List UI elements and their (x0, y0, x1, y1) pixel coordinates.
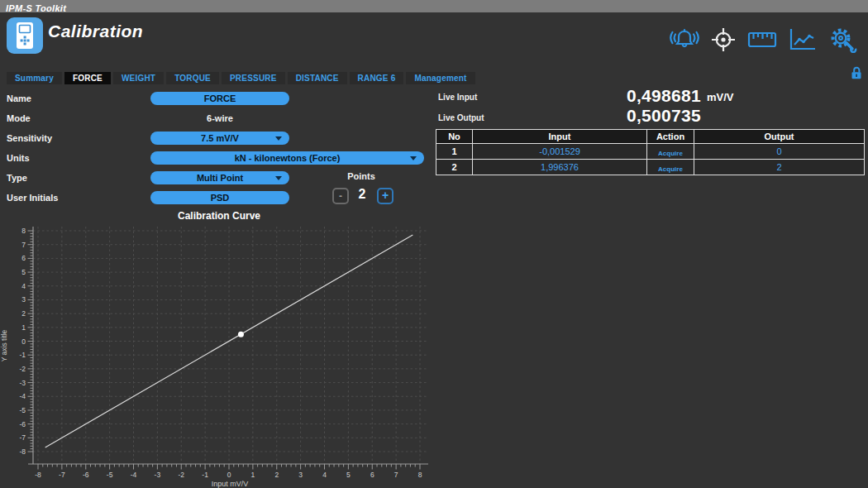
svg-text:3: 3 (21, 295, 26, 304)
svg-text:-1: -1 (19, 351, 26, 359)
sensitivity-dropdown[interactable]: 7.5 mV/V (150, 132, 289, 145)
svg-text:-6: -6 (19, 420, 26, 428)
row-number: 1 (436, 144, 473, 160)
column-header-action: Action (647, 130, 694, 144)
units-dropdown[interactable]: kN - kilonewtons (Force) (150, 151, 424, 165)
svg-text:0: 0 (227, 471, 231, 479)
input-value-cell[interactable]: -0,001529 (473, 144, 647, 160)
svg-text:-2: -2 (178, 471, 184, 479)
points-decrement-button[interactable]: - (332, 188, 349, 204)
svg-text:-3: -3 (19, 379, 26, 387)
mode-label: Mode (7, 112, 31, 125)
input-value-cell[interactable]: 1,996376 (473, 160, 647, 175)
tab-summary[interactable]: Summary (7, 72, 62, 84)
svg-text:-2: -2 (19, 365, 26, 373)
svg-text:0: 0 (21, 337, 26, 346)
tab-range6[interactable]: RANGE 6 (350, 72, 404, 84)
svg-text:5: 5 (346, 471, 351, 479)
chevron-down-icon (275, 136, 282, 141)
user-initials-label: User Initials (7, 191, 58, 204)
points-increment-button[interactable]: + (377, 188, 393, 204)
svg-text:8: 8 (418, 471, 422, 479)
app-logo-icon (7, 17, 43, 54)
column-header-output: Output (694, 130, 865, 144)
svg-text:8: 8 (21, 227, 26, 235)
tab-pressure[interactable]: PRESSURE (222, 72, 285, 84)
type-dropdown[interactable]: Multi Point (150, 171, 289, 184)
row-number: 2 (436, 160, 473, 175)
svg-text:-4: -4 (19, 392, 26, 400)
tab-force[interactable]: FORCE (64, 72, 111, 84)
live-reading-point (238, 332, 244, 337)
ruler-icon[interactable] (747, 29, 777, 50)
points-value: 2 (351, 187, 374, 202)
svg-text:-7: -7 (19, 433, 26, 442)
name-field[interactable]: FORCE (150, 92, 289, 105)
settings-gear-wrench-icon[interactable] (828, 26, 858, 53)
svg-text:Y axis title: Y axis title (0, 329, 8, 361)
tab-distance[interactable]: DISTANCE (288, 72, 347, 84)
alarm-bell-icon[interactable] (670, 27, 699, 52)
svg-text:4: 4 (21, 282, 26, 290)
page-title: Calibration (48, 22, 143, 41)
svg-text:5: 5 (21, 268, 26, 276)
tab-management[interactable]: Management (406, 72, 475, 84)
svg-text:2: 2 (21, 309, 26, 318)
table-row: 2 1,996376 Acquire 2 (436, 160, 865, 175)
live-output-value: 0,500735 (463, 106, 701, 126)
svg-text:6: 6 (370, 471, 374, 479)
units-label: Units (7, 151, 30, 165)
table-row: 1 -0,001529 Acquire 0 (436, 144, 865, 160)
svg-text:1: 1 (21, 323, 26, 332)
calibration-chart: -8-7-6-5-4-3-2-1012345678-8-7-6-5-4-3-2-… (0, 222, 436, 488)
svg-text:-6: -6 (83, 471, 89, 479)
header-toolbar (670, 26, 858, 53)
svg-text:-5: -5 (107, 471, 113, 479)
window-title: IPM-S Toolkit (0, 2, 66, 15)
tab-weight[interactable]: WEIGHT (113, 72, 164, 84)
acquire-button[interactable]: Acquire (658, 150, 683, 157)
chevron-down-icon (410, 156, 417, 160)
svg-text:-5: -5 (19, 406, 26, 414)
tab-torque[interactable]: TORQUE (166, 72, 219, 84)
acquire-button[interactable]: Acquire (658, 165, 683, 173)
svg-text:2: 2 (274, 471, 279, 479)
svg-text:-1: -1 (202, 471, 208, 479)
units-value: kN - kilonewtons (Force) (235, 153, 341, 163)
user-initials-field[interactable]: PSD (150, 191, 289, 204)
live-input-unit: mV/V (707, 91, 734, 103)
chart-title: Calibration Curve (0, 210, 438, 222)
column-header-no: No (436, 130, 473, 144)
column-header-input: Input (473, 130, 647, 144)
svg-text:7: 7 (21, 241, 26, 249)
name-label: Name (7, 92, 31, 105)
trend-chart-icon[interactable] (788, 27, 818, 52)
svg-text:-7: -7 (59, 471, 65, 479)
chevron-down-icon (275, 176, 282, 180)
type-value: Multi Point (197, 173, 243, 183)
output-value-cell[interactable]: 0 (694, 144, 865, 160)
points-label: Points (336, 171, 386, 181)
mode-value: 6-wire (150, 112, 289, 125)
svg-text:-8: -8 (35, 471, 41, 479)
svg-text:Input mV/V: Input mV/V (212, 480, 249, 488)
sensitivity-label: Sensitivity (7, 132, 52, 145)
target-crosshair-icon[interactable] (710, 26, 737, 53)
type-label: Type (7, 171, 27, 184)
window-titlebar[interactable]: IPM-S Toolkit (0, 0, 868, 12)
calibration-points-table: No Input Action Output 1 -0,001529 Acqui… (436, 129, 865, 175)
svg-text:6: 6 (21, 254, 26, 262)
svg-text:3: 3 (298, 471, 303, 479)
output-value-cell[interactable]: 2 (694, 160, 865, 175)
sensitivity-value: 7.5 mV/V (201, 133, 239, 143)
live-input-value: 0,498681 (463, 86, 701, 106)
tab-bar: Summary FORCE WEIGHT TORQUE PRESSURE DIS… (7, 72, 475, 84)
app-window: IPM-S Toolkit Calibration (0, 0, 868, 488)
lock-open-icon[interactable] (851, 65, 862, 80)
svg-text:-4: -4 (131, 471, 137, 479)
svg-text:1: 1 (251, 471, 255, 479)
svg-text:4: 4 (322, 471, 327, 479)
table-header-row: No Input Action Output (436, 130, 865, 144)
svg-text:-3: -3 (155, 471, 161, 479)
svg-text:-8: -8 (19, 447, 26, 456)
